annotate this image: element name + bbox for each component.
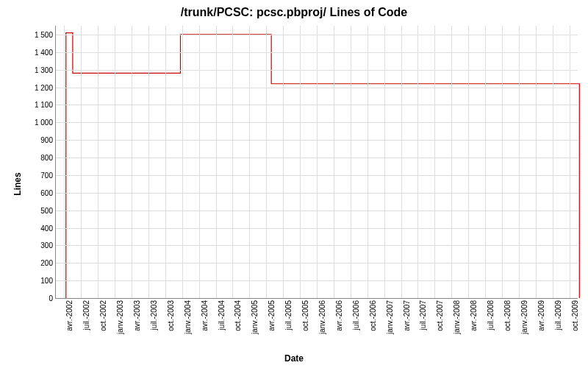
x-tick: juil.-2004 (218, 300, 226, 330)
grid-line-v (266, 26, 267, 298)
x-tick: juil.-2005 (284, 300, 293, 330)
y-tick: 600 (40, 188, 53, 197)
x-tick: avr.-2005 (268, 300, 276, 331)
x-tick: juil.-2002 (82, 300, 90, 330)
x-tick: avr.-2004 (201, 300, 209, 331)
x-tick: janv.-2006 (318, 300, 326, 334)
grid-line-v (132, 26, 132, 298)
y-tick: 700 (40, 171, 53, 179)
grid-line-v (81, 26, 82, 298)
x-tick: janv.-2009 (520, 300, 528, 334)
grid-line-v (98, 26, 98, 298)
grid-line-v (434, 26, 435, 298)
grid-line-v (417, 26, 418, 298)
y-tick: 0 (49, 294, 53, 302)
y-tick: 800 (40, 154, 53, 162)
grid-line-v (283, 26, 284, 298)
y-tick: 100 (40, 277, 53, 285)
x-tick: avr.-2003 (133, 300, 141, 331)
grid-line-v (553, 26, 553, 298)
y-axis-label: Lines (12, 172, 23, 195)
y-tick: 400 (40, 224, 53, 232)
y-tick: 500 (40, 206, 53, 214)
x-tick: juil.-2006 (352, 300, 360, 330)
x-tick: avr.-2008 (470, 300, 478, 331)
x-tick: janv.-2008 (453, 300, 461, 334)
grid-line-v (468, 26, 469, 298)
x-tick: oct.-2008 (503, 300, 512, 331)
x-tick: oct.-2003 (167, 300, 175, 331)
y-tick: 200 (40, 259, 53, 267)
x-tick: juil.-2008 (487, 300, 495, 330)
grid-line-v (368, 26, 368, 298)
y-tick: 300 (40, 241, 53, 250)
x-axis-label: Date (0, 353, 588, 364)
y-tick: 1 200 (35, 83, 53, 91)
y-tick: 1 500 (35, 30, 53, 38)
grid-line-v (519, 26, 520, 298)
chart-title: /trunk/PCSC: pcsc.pbproj/ Lines of Code (0, 6, 588, 19)
x-tick: juil.-2007 (419, 300, 427, 330)
x-tick: janv.-2004 (184, 300, 192, 334)
y-tick: 1 100 (35, 101, 53, 109)
x-tick: avr.-2002 (65, 300, 74, 331)
grid-line-v (300, 26, 301, 298)
grid-line-v (334, 26, 334, 298)
x-tick: oct.-2005 (301, 300, 309, 331)
x-tick: oct.-2007 (436, 300, 444, 331)
x-tick: janv.-2005 (251, 300, 259, 334)
grid-line-v (165, 26, 166, 298)
x-tick: avr.-2006 (335, 300, 343, 331)
grid-line-v (115, 26, 115, 298)
chart-container: /trunk/PCSC: pcsc.pbproj/ Lines of Code … (0, 0, 588, 368)
y-tick: 1 000 (35, 118, 53, 127)
grid-line-v (64, 26, 65, 298)
x-tick: oct.-2009 (571, 300, 579, 331)
plot-area (55, 26, 578, 299)
x-tick: janv.-2007 (386, 300, 394, 334)
grid-line-v (216, 26, 217, 298)
grid-line-v (384, 26, 385, 298)
grid-line-v (451, 26, 452, 298)
x-tick: avr.-2009 (537, 300, 545, 331)
y-tick: 1 300 (35, 66, 53, 74)
grid-line-v (232, 26, 233, 298)
grid-line-v (199, 26, 200, 298)
grid-line-v (401, 26, 402, 298)
grid-line-v (249, 26, 250, 298)
y-tick: 900 (40, 136, 53, 144)
grid-line-v (485, 26, 486, 298)
x-tick: avr.-2007 (403, 300, 411, 331)
x-tick: oct.-2006 (369, 300, 377, 331)
grid-line-v (570, 26, 570, 298)
x-tick: juil.-2009 (554, 300, 562, 330)
grid-line-v (148, 26, 149, 298)
x-tick: oct.-2002 (99, 300, 107, 331)
x-tick: oct.-2004 (234, 300, 242, 331)
y-tick: 1 400 (35, 48, 53, 56)
grid-line-v (317, 26, 318, 298)
grid-line-v (182, 26, 183, 298)
x-tick: janv.-2003 (116, 300, 124, 334)
grid-line-v (502, 26, 503, 298)
grid-line-v (351, 26, 351, 298)
grid-line-v (536, 26, 537, 298)
x-tick: juil.-2003 (150, 300, 158, 330)
